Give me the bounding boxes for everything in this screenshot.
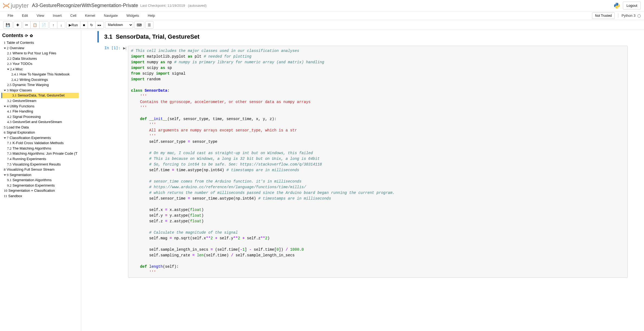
toc-num: 3.2 [7,99,11,103]
command-palette-button[interactable]: ⌨ [134,21,144,28]
cut-button[interactable]: ✂ [23,21,31,28]
interrupt-button[interactable]: ■ [80,21,88,28]
copy-button[interactable]: 📋 [31,21,40,28]
toc-label: Where to Put Your Log Files [12,51,56,55]
toc-num: 2.4 [10,67,14,71]
menu-kernel[interactable]: Kernel [81,12,100,19]
toc-item[interactable]: 7.4Running Experiments [2,156,79,162]
insert-cell-button[interactable]: ✚ [14,21,21,28]
toc-label: Misc [15,67,23,71]
toc-item[interactable]: 7.3Matching Algorithms: Jon Private Code… [2,151,79,156]
toc-item[interactable]: 9.2Segmentation Experiments [2,183,79,188]
toc-item[interactable]: 2Overview [2,45,79,51]
toc-num: 11 [4,194,7,198]
toc-item[interactable]: 10Segmentation + Classification [2,188,79,193]
toc-item[interactable]: 3Major Classes [2,88,79,93]
toc-item[interactable]: 7.1K-Fold Cross Validation Methods [2,140,79,146]
toc-item[interactable]: 3.1SensorData, Trial, GestureSet [1,93,79,98]
toc-refresh-icon[interactable]: ⟳ [25,34,28,38]
toc-item[interactable]: 6Signal Exploration [2,130,79,135]
jupyter-icon [3,3,9,9]
menubar: FileEditViewInsertCellKernelNavigateWidg… [0,11,644,20]
toc-label: Sandbox [8,194,22,198]
toc-num: 2.1 [7,51,11,55]
restart-run-all-button[interactable]: ▸▸ [96,21,104,28]
toc-item[interactable]: 3.2GestureStream [2,98,79,104]
restart-button[interactable]: ↻ [88,21,96,28]
toc-label: Matching Algorithms: Jon Private Code (T [12,151,77,155]
menu-cell[interactable]: Cell [66,12,81,19]
code-input[interactable]: # This cell includes the major classes u… [128,46,628,278]
kernel-name[interactable]: Python 3 [618,14,641,18]
collapse-icon[interactable]: ▶| [123,46,128,278]
cell-type-select[interactable]: Markdown [105,21,133,28]
menu-insert[interactable]: Insert [48,12,66,19]
toc-num: 7.2 [7,146,11,150]
toc-label: Running Experiments [12,157,46,161]
menu-navigate[interactable]: Navigate [100,12,122,19]
toc-label: Load the Data [7,125,29,129]
toc-item[interactable]: 2.2Data Structures [2,56,79,61]
toc-item[interactable]: 4.2Signal Processing [2,114,79,120]
toc-label: Segmentation Experiments [12,183,55,187]
toc-num: 10 [4,188,7,193]
toc-num: 2.3 [7,62,11,66]
toc-num: 2.4.2 [11,78,18,82]
toc-panel: Contents ⟳ ✿ 1Table of Contents2Overview… [0,30,81,331]
toc-item[interactable]: 7.2The Matching Algorithms [2,146,79,151]
toc-num: 1 [4,41,6,45]
move-up-button[interactable]: ↑ [50,21,57,28]
toc-item[interactable]: 7.5Visualizing Experiment Results [2,162,79,167]
toc-label: Utility Functions [10,104,35,108]
menu-file[interactable]: File [3,12,18,19]
toc-item[interactable]: 2.4Misc [2,67,79,72]
menu-help[interactable]: Help [143,12,159,19]
toc-label: Visualizing Full Sensor Stream [7,167,55,171]
toc-label: File Handling [12,109,33,113]
toc-hscroll[interactable] [2,329,79,331]
toc-item[interactable]: 2.4.1How To Navigate This Notebook [2,72,79,77]
toc-label: Classification Experiments [10,136,51,140]
toc-num: 3.1 [12,93,17,97]
notebook-area[interactable]: 3.1 SensorData, Trial, GestureSet In [1]… [81,30,644,331]
jupyter-text: jupyter [11,2,29,9]
toc-item[interactable]: 2.4.2Writing Docstrings [2,77,79,82]
notebook-name[interactable]: A3-GestureRecognizerWithSegmentation-Pri… [32,3,138,8]
toc-item[interactable]: 8Visualizing Full Sensor Stream [2,167,79,172]
toc-item[interactable]: 4Utility Functions [2,104,79,109]
paste-button[interactable]: 📄 [40,21,48,28]
save-button[interactable]: 💾 [4,21,12,28]
toc-settings-icon[interactable]: ✿ [30,34,33,38]
toc-label: Data Structures [12,57,37,61]
menu-edit[interactable]: Edit [18,12,32,19]
toc-num: 2.5 [7,83,11,87]
menu-view[interactable]: View [32,12,48,19]
menu-widgets[interactable]: Widgets [122,12,143,19]
toc-num: 6 [4,130,6,134]
toc-num: 7 [7,136,9,140]
toc-item[interactable]: 2.5Dynamic Time Warping [2,82,79,88]
toc-num: 8 [4,167,6,171]
logout-button[interactable]: Logout [623,2,641,9]
toc-item[interactable]: 9Segmentation [2,172,79,178]
toc-label: Segmentation Algorithms [12,178,52,182]
move-down-button[interactable]: ↓ [57,21,65,28]
toc-button[interactable]: ☰ [146,21,153,28]
jupyter-logo[interactable]: jupyter [3,2,29,9]
run-button[interactable]: ▶ Run [67,21,80,28]
toc-item[interactable]: 7Classification Experiments [2,135,79,141]
toc-label: Overview [10,46,24,50]
toc-item[interactable]: 2.1Where to Put Your Log Files [2,51,79,56]
toc-item[interactable]: 9.1Segmentation Algorithms [2,177,79,183]
toc-item[interactable]: 1Table of Contents [2,40,79,45]
trust-indicator[interactable]: Not Trusted [592,12,615,19]
code-cell[interactable]: In [1]: ▶| # This cell includes the majo… [97,46,628,278]
toc-num: 9.2 [7,183,11,187]
toc-item[interactable]: 4.1File Handling [2,109,79,114]
toc-item[interactable]: 2.3Your TODOs [2,61,79,67]
toc-item[interactable]: 11Sandbox [2,193,79,199]
toc-item[interactable]: 4.3GestureSet and GestureStream [2,119,79,125]
toc-num: 7.1 [7,141,11,145]
toc-item[interactable]: 5Load the Data [2,125,79,130]
toc-header: Contents ⟳ ✿ [2,33,79,38]
